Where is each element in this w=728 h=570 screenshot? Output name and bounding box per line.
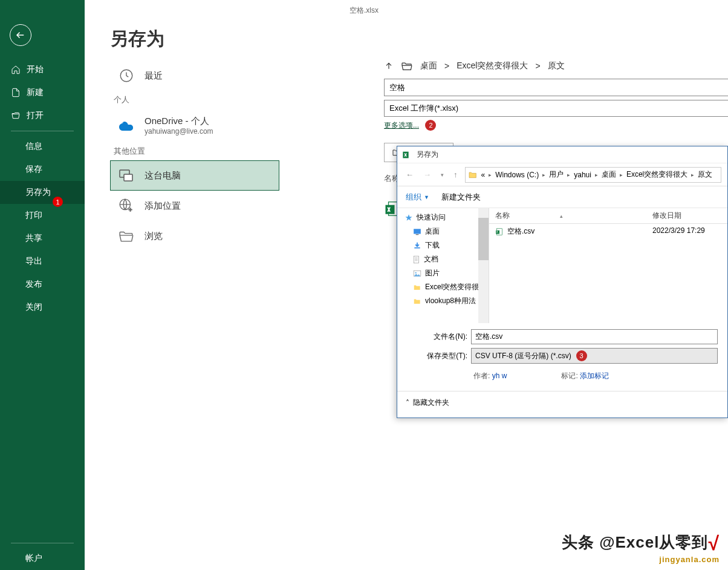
nav-save-as[interactable]: 另存为 1: [0, 181, 85, 204]
dialog-nav-tree: 快速访问 桌面 📌 下载 📌 文档 📌 图片 📌: [397, 208, 489, 323]
tree-scrollbar[interactable]: [478, 208, 489, 323]
location-this-pc[interactable]: 这台电脑: [110, 160, 279, 191]
up-arrow-icon[interactable]: [384, 61, 394, 71]
chevron-up-icon: ˄: [406, 399, 409, 407]
tree-desktop[interactable]: 桌面 📌: [397, 224, 489, 238]
nav-publish-label: 发布: [25, 279, 42, 290]
tree-pictures-label: 图片: [425, 268, 440, 278]
nav-share-label: 共享: [25, 233, 42, 244]
list-header: 名称 ▴ 修改日期: [489, 208, 727, 224]
picture-icon: [413, 270, 421, 277]
breadcrumb-sep: >: [535, 61, 540, 71]
clock-icon: [118, 67, 135, 84]
location-add-place[interactable]: 添加位置: [110, 191, 279, 221]
nav-share[interactable]: 共享: [0, 227, 85, 250]
nav-open[interactable]: 打开: [0, 104, 85, 127]
nav-publish[interactable]: 发布: [0, 273, 85, 296]
folder-icon: [413, 298, 421, 305]
list-row[interactable]: X 空格.csv 2022/3/29 17:29: [489, 224, 727, 239]
watermark-text-1: 头条 @Excel从零到: [562, 533, 709, 551]
breadcrumb: 桌面 > Excel突然变得很大 > 原文: [384, 61, 726, 71]
path-seg-1[interactable]: 用户: [547, 169, 566, 180]
svg-point-11: [415, 272, 417, 273]
nav-info[interactable]: 信息: [0, 135, 85, 158]
location-recent-label: 最近: [145, 70, 163, 82]
filetype-select[interactable]: Excel 工作簿(*.xlsx) ▾: [384, 100, 728, 117]
location-browse[interactable]: 浏览: [110, 221, 279, 251]
nav-account-label: 帐户: [25, 553, 42, 564]
dialog-path-bar[interactable]: «▸ Windows (C:)▸ 用户▸ yahui▸ 桌面▸ Excel突然变…: [465, 167, 722, 183]
toolbar-new-folder[interactable]: 新建文件夹: [441, 192, 481, 203]
author-label: 作者:: [473, 372, 490, 380]
nav-saveas-label: 另存为: [25, 187, 51, 198]
svg-rect-8: [416, 234, 419, 235]
tree-pictures[interactable]: 图片 📌: [397, 266, 489, 280]
breadcrumb-seg-1[interactable]: Excel突然变得很大: [457, 61, 528, 71]
tree-quick-label: 快速访问: [417, 212, 446, 223]
filename-input[interactable]: [384, 79, 728, 96]
location-onedrive[interactable]: OneDrive - 个人 yahuiwang@live.com: [110, 109, 279, 142]
nav-account[interactable]: 帐户: [0, 547, 85, 570]
globe-plus-icon: [118, 197, 135, 214]
tree-downloads[interactable]: 下载 📌: [397, 238, 489, 252]
breadcrumb-seg-0[interactable]: 桌面: [420, 61, 437, 71]
nav-forward-button[interactable]: →: [421, 169, 434, 180]
callout-badge-3: 3: [576, 350, 587, 361]
path-seg-3[interactable]: 桌面: [599, 169, 619, 180]
desktop-icon: [413, 228, 421, 235]
tags-value[interactable]: 添加标记: [580, 372, 609, 380]
chevron-down-icon: ▼: [424, 194, 429, 200]
svg-rect-2: [124, 174, 132, 181]
path-seg-0[interactable]: Windows (C:): [493, 171, 541, 179]
callout-badge-2: 2: [425, 120, 436, 131]
tags-label: 标记:: [561, 372, 577, 380]
path-seg-5[interactable]: 原文: [695, 169, 715, 180]
location-recent[interactable]: 最近: [110, 61, 279, 91]
nav-info-label: 信息: [25, 141, 42, 152]
pc-icon: [118, 167, 135, 184]
nav-close[interactable]: 关闭: [0, 296, 85, 319]
location-browse-label: 浏览: [145, 231, 163, 242]
tree-folder-2-label: vlookup8种用法: [425, 296, 476, 306]
dialog-filename-input[interactable]: 空格.csv: [471, 329, 718, 344]
tree-folder-2[interactable]: vlookup8种用法: [397, 294, 489, 308]
nav-home[interactable]: 开始: [0, 58, 85, 81]
nav-history-dropdown[interactable]: ▾: [438, 171, 446, 179]
author-value[interactable]: yh w: [492, 372, 507, 380]
tree-folder-1[interactable]: Excel突然变得很: [397, 280, 489, 294]
hide-folders-toggle[interactable]: ˄ 隐藏文件夹: [397, 391, 727, 414]
dialog-savetype-select[interactable]: CSV UTF-8 (逗号分隔) (*.csv) 3: [471, 348, 718, 364]
path-overflow[interactable]: «: [479, 171, 488, 179]
list-header-name[interactable]: 名称 ▴: [489, 208, 646, 223]
nav-save[interactable]: 保存: [0, 158, 85, 181]
nav-print[interactable]: 打印: [0, 204, 85, 227]
locations-section-personal: 个人: [110, 91, 279, 109]
svg-rect-9: [414, 256, 418, 263]
filetype-select-value: Excel 工作簿(*.xlsx): [389, 103, 458, 114]
savetype-label: 保存类型(T):: [407, 351, 467, 361]
breadcrumb-seg-2[interactable]: 原文: [548, 61, 565, 71]
nav-new[interactable]: 新建: [0, 81, 85, 104]
document-icon: [413, 255, 420, 264]
tree-documents[interactable]: 文档 📌: [397, 252, 489, 266]
scrollbar-thumb[interactable]: [478, 218, 489, 260]
list-header-date[interactable]: 修改日期: [646, 208, 687, 223]
folder-open-icon: [11, 111, 21, 120]
back-button[interactable]: [10, 24, 31, 46]
tree-quick-access[interactable]: 快速访问: [397, 211, 489, 224]
dialog-nav-bar: ← → ▾ ↑ «▸ Windows (C:)▸ 用户▸ yahui▸ 桌面▸ …: [397, 163, 727, 186]
organize-menu[interactable]: 组织▼: [406, 192, 429, 203]
nav-back-button[interactable]: ←: [403, 169, 416, 180]
path-seg-2[interactable]: yahui: [571, 171, 594, 179]
nav-print-label: 打印: [25, 210, 42, 221]
tree-desktop-label: 桌面: [425, 226, 440, 237]
svg-rect-5: [386, 205, 395, 214]
page-title: 另存为: [110, 27, 164, 51]
path-seg-4[interactable]: Excel突然变得很大: [624, 169, 690, 180]
locations-pane: 最近 个人 OneDrive - 个人 yahuiwang@live.com 其…: [110, 61, 279, 251]
more-options-link[interactable]: 更多选项...: [384, 120, 419, 131]
nav-export[interactable]: 导出: [0, 250, 85, 273]
nav-up-button[interactable]: ↑: [451, 169, 460, 180]
excel-app-icon: [402, 150, 412, 160]
sidebar-separator-bottom: [11, 543, 74, 543]
